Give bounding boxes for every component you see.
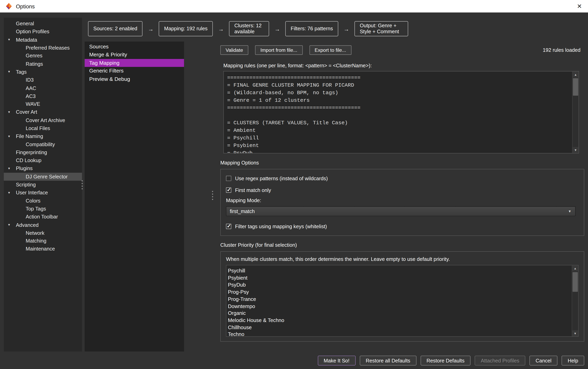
sidebar-item-label: General	[16, 21, 34, 27]
sidebar-item-ratings[interactable]: Ratings	[4, 60, 82, 68]
sidebar-item-user-interface[interactable]: ▼User Interface	[4, 189, 82, 196]
scrollbar-track[interactable]	[572, 271, 578, 330]
window-title: Options	[16, 3, 35, 9]
cluster-item-prog-trance[interactable]: Prog-Trance	[228, 296, 572, 303]
make-it-so-button[interactable]: Make It So!	[318, 356, 355, 365]
cluster-item-psybient[interactable]: Psybient	[228, 275, 572, 282]
sidebar-item-network[interactable]: Network	[4, 229, 82, 237]
sidebar-item-file-naming[interactable]: ▼File Naming	[4, 133, 82, 140]
plugin-nav-item-merge-priority[interactable]: Merge & Priority	[85, 51, 184, 59]
cluster-item-psychill[interactable]: Psychill	[228, 268, 572, 275]
sidebar-item-label: Local Files	[26, 125, 50, 131]
expand-arrow-icon[interactable]: ▼	[8, 167, 13, 170]
sidebar-item-dj-genre-selector[interactable]: DJ Genre Selector	[4, 173, 82, 181]
sidebar-item-id3[interactable]: ID3	[4, 76, 82, 84]
whitelist-checkbox[interactable]	[226, 224, 231, 229]
regex-patterns-row[interactable]: Use regex patterns (instead of wildcards…	[226, 174, 579, 183]
whitelist-row[interactable]: Filter tags using mapping keys (whitelis…	[226, 222, 579, 231]
sidebar-item-option-profiles[interactable]: Option Profiles	[4, 28, 82, 36]
mapping-rules-editor[interactable]: ========================================…	[223, 71, 579, 154]
plugin-nav-item-preview-debug[interactable]: Preview & Debug	[85, 75, 184, 83]
expand-arrow-icon[interactable]: ▼	[8, 111, 13, 114]
expand-arrow-icon[interactable]: ▼	[8, 223, 13, 227]
close-button[interactable]: ✕	[577, 0, 582, 12]
rules-loaded-status: 192 rules loaded	[543, 47, 584, 53]
cluster-item-psydub[interactable]: PsyDub	[228, 282, 572, 289]
import-from-file-button[interactable]: Import from file...	[255, 45, 303, 55]
scroll-down-icon[interactable]: ▼	[572, 147, 578, 153]
pipeline-stage-4: Filters: 76 patterns	[285, 21, 338, 36]
help-button[interactable]: Help	[562, 356, 584, 365]
sidebar-item-label: Cover Art Archive	[26, 117, 65, 123]
sidebar-tree: GeneralOption Profiles▼MetadataPreferred…	[4, 18, 82, 351]
scrollbar-thumb[interactable]	[572, 272, 578, 292]
plugin-nav-item-generic-filters[interactable]: Generic Filters	[85, 67, 184, 75]
expand-arrow-icon[interactable]: ▼	[8, 70, 13, 74]
sidebar-item-label: Preferred Releases	[26, 45, 70, 51]
sidebar-item-cd-lookup[interactable]: CD Lookup	[4, 156, 82, 164]
sidebar-item-action-toolbar[interactable]: Action Toolbar	[4, 213, 82, 221]
mapping-options-title: Mapping Options	[220, 160, 584, 165]
mapping-mode-label: Mapping Mode:	[226, 198, 579, 203]
expand-arrow-icon[interactable]: ▼	[8, 191, 13, 194]
list-scrollbar[interactable]: ▲ ▼	[572, 265, 578, 336]
sidebar-item-matching[interactable]: Matching	[4, 237, 82, 245]
arrow-right-icon: →	[344, 25, 349, 32]
attached-profiles-button[interactable]: Attached Profiles	[475, 356, 525, 365]
sidebar-item-scripting[interactable]: Scripting	[4, 181, 82, 189]
cluster-item-techno[interactable]: Techno	[228, 331, 572, 336]
expand-arrow-icon[interactable]: ▼	[8, 38, 13, 41]
sidebar-item-cover-art-archive[interactable]: Cover Art Archive	[4, 116, 82, 124]
sidebar-item-genres[interactable]: Genres	[4, 52, 82, 60]
regex-patterns-checkbox[interactable]	[226, 176, 231, 181]
cluster-item-prog-psy[interactable]: Prog-Psy	[228, 289, 572, 296]
sidebar-item-ac3[interactable]: AC3	[4, 92, 82, 100]
sidebar-item-colors[interactable]: Colors	[4, 197, 82, 205]
sidebar-item-preferred-releases[interactable]: Preferred Releases	[4, 44, 82, 52]
mapping-mode-select[interactable]: first_match ▼	[226, 206, 576, 216]
sidebar-item-wave[interactable]: WAVE	[4, 100, 82, 108]
cluster-priority-listbox[interactable]: PsychillPsybientPsyDubProg-PsyProg-Tranc…	[226, 265, 579, 337]
sidebar-item-top-tags[interactable]: Top Tags	[4, 205, 82, 213]
export-to-file-button[interactable]: Export to file...	[309, 45, 351, 55]
scroll-down-icon[interactable]: ▼	[572, 330, 578, 336]
first-match-row[interactable]: First match only	[226, 185, 579, 195]
scroll-up-icon[interactable]: ▲	[572, 72, 578, 77]
scroll-up-icon[interactable]: ▲	[572, 265, 578, 271]
sidebar-item-label: Cover Art	[16, 109, 37, 115]
cluster-priority-title: Cluster Priority (for final selection)	[220, 242, 584, 248]
sidebar-item-local-files[interactable]: Local Files	[4, 124, 82, 132]
pipeline-stage-2: Mapping: 192 rules	[159, 21, 213, 36]
sidebar-item-cover-art[interactable]: ▼Cover Art	[4, 108, 82, 116]
sidebar-item-maintenance[interactable]: Maintenance	[4, 245, 82, 253]
sidebar-item-compatibility[interactable]: Compatibility	[4, 140, 82, 148]
scrollbar-track[interactable]	[572, 77, 578, 147]
scrollbar-thumb[interactable]	[573, 78, 578, 96]
sidebar-item-fingerprinting[interactable]: Fingerprinting	[4, 148, 82, 156]
sidebar-item-tags[interactable]: ▼Tags	[4, 68, 82, 76]
cluster-item-downtempo[interactable]: Downtempo	[228, 303, 572, 310]
sidebar-item-label: Scripting	[16, 182, 36, 187]
whitelist-label: Filter tags using mapping keys (whitelis…	[235, 224, 327, 229]
arrow-right-icon: →	[218, 25, 224, 32]
validate-button[interactable]: Validate	[220, 45, 248, 55]
plugin-nav-item-tag-mapping[interactable]: Tag Mapping	[85, 59, 184, 67]
sidebar-item-plugins[interactable]: ▼Plugins	[4, 164, 82, 173]
expand-arrow-icon[interactable]: ▼	[8, 135, 13, 138]
sidebar-item-aac[interactable]: AAC	[4, 84, 82, 92]
restore-defaults-button[interactable]: Restore Defaults	[421, 356, 471, 365]
cluster-item-melodic-house-techno[interactable]: Melodic House & Techno	[228, 317, 572, 324]
sidebar-item-label: CD Lookup	[16, 158, 41, 163]
editor-scrollbar[interactable]: ▲ ▼	[572, 72, 578, 153]
splitter-handle[interactable]	[82, 180, 83, 189]
sidebar-item-advanced[interactable]: ▼Advanced	[4, 221, 82, 229]
restore-all-defaults-button[interactable]: Restore all Defaults	[360, 356, 416, 365]
cluster-item-organic[interactable]: Organic	[228, 310, 572, 317]
cluster-item-chillhouse[interactable]: Chillhouse	[228, 324, 572, 331]
plugin-nav-item-sources[interactable]: Sources	[85, 43, 184, 51]
first-match-checkbox[interactable]	[226, 187, 231, 193]
sidebar-item-metadata[interactable]: ▼Metadata	[4, 36, 82, 44]
splitter-handle[interactable]	[212, 191, 214, 200]
sidebar-item-general[interactable]: General	[4, 20, 82, 28]
cancel-button[interactable]: Cancel	[529, 356, 558, 365]
